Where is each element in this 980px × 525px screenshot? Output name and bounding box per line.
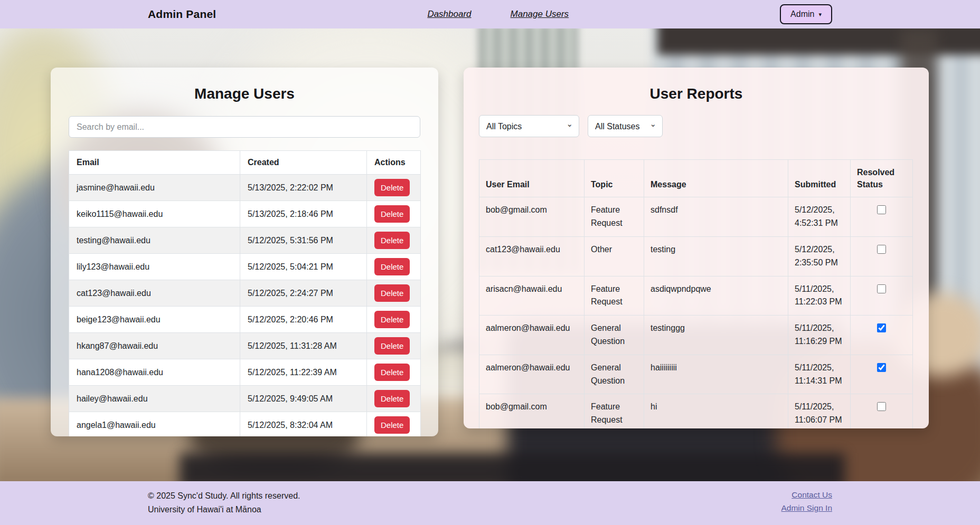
- admin-sign-in-link[interactable]: Admin Sign In: [781, 503, 833, 513]
- user-email-cell: lily123@hawaii.edu: [69, 254, 240, 280]
- user-email-cell: hkang87@hawaii.edu: [69, 333, 240, 359]
- table-row: cat123@hawaii.edu5/12/2025, 2:24:27 PMDe…: [69, 280, 421, 307]
- report-email-cell: bob@gmail.com: [479, 197, 585, 237]
- delete-button[interactable]: Delete: [374, 258, 410, 275]
- report-submitted-cell: 5/11/2025, 11:14:31 PM: [788, 355, 851, 394]
- topic-filter-wrap: All Topics ⌄: [479, 115, 579, 137]
- user-email-cell: testing@hawaii.edu: [69, 227, 240, 254]
- delete-button[interactable]: Delete: [374, 337, 410, 355]
- report-resolved-cell: [851, 355, 913, 394]
- user-actions-cell: Delete: [367, 412, 421, 437]
- manage-users-title: Manage Users: [69, 85, 420, 102]
- report-resolved-cell: [851, 316, 913, 355]
- table-row: hana1208@hawaii.edu5/12/2025, 11:22:39 A…: [69, 359, 421, 386]
- report-submitted-cell: 5/11/2025, 11:22:03 PM: [788, 276, 851, 316]
- user-created-cell: 5/12/2025, 2:24:27 PM: [240, 280, 367, 307]
- footer-institution: University of Hawai'i at Mānoa: [148, 503, 300, 517]
- resolved-checkbox[interactable]: [877, 245, 886, 254]
- main-content: Manage Users Email Created Actions jasmi…: [0, 28, 980, 481]
- report-resolved-cell: [851, 276, 913, 316]
- contact-us-link[interactable]: Contact Us: [791, 490, 832, 500]
- user-created-cell: 5/12/2025, 9:49:05 AM: [240, 386, 367, 412]
- footer-container: © 2025 Sync'd Study. All rights reserved…: [142, 481, 838, 516]
- reports-header-email: User Email: [479, 160, 585, 197]
- user-created-cell: 5/13/2025, 2:18:46 PM: [240, 201, 367, 227]
- resolved-checkbox[interactable]: [877, 323, 886, 332]
- user-actions-cell: Delete: [367, 201, 421, 227]
- footer: © 2025 Sync'd Study. All rights reserved…: [0, 481, 980, 525]
- delete-button[interactable]: Delete: [374, 364, 410, 381]
- navbar-container: Admin Panel Dashboard Manage Users Admin…: [142, 4, 838, 24]
- report-message-cell: testing: [644, 236, 788, 276]
- user-actions-cell: Delete: [367, 254, 421, 280]
- table-row: lily123@hawaii.edu5/12/2025, 5:04:21 PMD…: [69, 254, 421, 280]
- footer-text: © 2025 Sync'd Study. All rights reserved…: [148, 489, 300, 516]
- user-actions-cell: Delete: [367, 359, 421, 386]
- users-header-created: Created: [240, 151, 367, 175]
- user-created-cell: 5/12/2025, 5:04:21 PM: [240, 254, 367, 280]
- user-email-cell: hana1208@hawaii.edu: [69, 359, 240, 386]
- user-email-cell: beige123@hawaii.edu: [69, 307, 240, 333]
- nav-link-manage-users[interactable]: Manage Users: [511, 9, 569, 20]
- resolved-checkbox[interactable]: [877, 205, 886, 214]
- admin-dropdown-button[interactable]: Admin ▾: [780, 4, 832, 24]
- user-actions-cell: Delete: [367, 333, 421, 359]
- resolved-checkbox[interactable]: [877, 284, 886, 293]
- report-resolved-cell: [851, 236, 913, 276]
- table-row: cat123@hawaii.eduOthertesting5/12/2025, …: [479, 236, 913, 276]
- reports-header-resolved: Resolved Status: [851, 160, 913, 197]
- delete-button[interactable]: Delete: [374, 205, 410, 223]
- user-actions-cell: Delete: [367, 280, 421, 307]
- table-row: aalmeron@hawaii.eduGeneral Questionhaiii…: [479, 355, 913, 394]
- table-row: aalmeron@hawaii.eduGeneral Questiontesti…: [479, 316, 913, 355]
- nav-links: Dashboard Manage Users: [216, 9, 780, 20]
- report-message-cell: haiiiiiiiii: [644, 355, 788, 394]
- user-created-cell: 5/12/2025, 11:22:39 AM: [240, 359, 367, 386]
- manage-users-tbody: jasmine@hawaii.edu5/13/2025, 2:22:02 PMD…: [69, 175, 421, 437]
- delete-button[interactable]: Delete: [374, 416, 410, 434]
- user-reports-title: User Reports: [479, 85, 913, 102]
- reports-header-submitted: Submitted: [788, 160, 851, 197]
- table-row: angela1@hawaii.edu5/12/2025, 8:32:04 AMD…: [69, 412, 421, 437]
- table-row: keiko1115@hawaii.edu5/13/2025, 2:18:46 P…: [69, 201, 421, 227]
- resolved-checkbox[interactable]: [877, 402, 886, 411]
- reports-header-message: Message: [644, 160, 788, 197]
- table-row: hkang87@hawaii.edu5/12/2025, 11:31:28 AM…: [69, 333, 421, 359]
- report-filters: All Topics ⌄ All Statuses ⌄: [479, 115, 913, 137]
- table-row: testing@hawaii.edu5/12/2025, 5:31:56 PMD…: [69, 227, 421, 254]
- reports-header-topic: Topic: [585, 160, 644, 197]
- table-row: bob@gmail.comFeature Requestsdfnsdf5/12/…: [479, 197, 913, 237]
- report-submitted-cell: 5/11/2025, 11:06:07 PM: [788, 394, 851, 428]
- report-message-cell: sdfnsdf: [644, 197, 788, 237]
- user-email-cell: angela1@hawaii.edu: [69, 412, 240, 437]
- report-topic-cell: General Question: [585, 355, 644, 394]
- delete-button[interactable]: Delete: [374, 179, 410, 196]
- report-email-cell: bob@gmail.com: [479, 394, 585, 428]
- navbar: Admin Panel Dashboard Manage Users Admin…: [0, 0, 980, 28]
- nav-link-dashboard[interactable]: Dashboard: [427, 9, 471, 20]
- report-resolved-cell: [851, 394, 913, 428]
- report-submitted-cell: 5/12/2025, 2:35:50 PM: [788, 236, 851, 276]
- user-actions-cell: Delete: [367, 227, 421, 254]
- report-topic-cell: General Question: [585, 316, 644, 355]
- search-input[interactable]: [69, 116, 420, 138]
- topic-filter-select[interactable]: All Topics: [479, 115, 579, 137]
- user-created-cell: 5/12/2025, 5:31:56 PM: [240, 227, 367, 254]
- delete-button[interactable]: Delete: [374, 232, 410, 249]
- resolved-checkbox[interactable]: [877, 363, 886, 372]
- delete-button[interactable]: Delete: [374, 311, 410, 328]
- reports-table: User Email Topic Message Submitted Resol…: [479, 159, 913, 428]
- table-row: hailey@hawaii.edu5/12/2025, 9:49:05 AMDe…: [69, 386, 421, 412]
- report-resolved-cell: [851, 197, 913, 237]
- report-email-cell: aalmeron@hawaii.edu: [479, 316, 585, 355]
- user-created-cell: 5/12/2025, 2:20:46 PM: [240, 307, 367, 333]
- report-submitted-cell: 5/12/2025, 4:52:31 PM: [788, 197, 851, 237]
- delete-button[interactable]: Delete: [374, 390, 410, 407]
- report-email-cell: aalmeron@hawaii.edu: [479, 355, 585, 394]
- user-reports-card: User Reports All Topics ⌄ All Statuses ⌄: [464, 68, 929, 428]
- user-actions-cell: Delete: [367, 386, 421, 412]
- delete-button[interactable]: Delete: [374, 284, 410, 302]
- status-filter-select[interactable]: All Statuses: [588, 115, 663, 137]
- user-created-cell: 5/12/2025, 11:31:28 AM: [240, 333, 367, 359]
- report-message-cell: testinggg: [644, 316, 788, 355]
